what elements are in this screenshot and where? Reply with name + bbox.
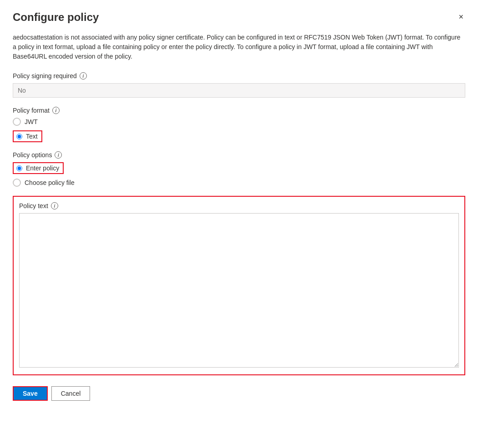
policy-format-section: Policy format i JWT Text [13, 107, 465, 142]
choose-file-option[interactable]: Choose policy file [13, 179, 465, 187]
policy-options-section: Policy options i Enter policy Choose pol… [13, 151, 465, 187]
policy-format-jwt-radio[interactable] [13, 118, 21, 126]
policy-format-text-radio[interactable] [16, 134, 22, 139]
policy-options-radio-group: Enter policy Choose policy file [13, 162, 465, 187]
policy-format-text-highlighted: Text [13, 130, 42, 142]
policy-format-label: Policy format i [13, 107, 465, 114]
policy-format-text-label: Text [26, 133, 38, 140]
description-text: aedocsattestation is not associated with… [13, 33, 465, 61]
policy-signing-dropdown[interactable]: No [13, 83, 465, 98]
enter-policy-option[interactable]: Enter policy [13, 162, 465, 174]
policy-options-info-icon[interactable]: i [55, 151, 62, 159]
policy-signing-label: Policy signing required i [13, 72, 465, 80]
dialog-title: Configure policy [13, 11, 99, 24]
policy-text-info-icon[interactable]: i [51, 202, 58, 209]
policy-signing-section: Policy signing required i No [13, 72, 465, 98]
policy-format-radio-group: JWT Text [13, 118, 465, 142]
choose-file-radio[interactable] [13, 179, 21, 187]
configure-policy-dialog: Configure policy × aedocsattestation is … [0, 0, 478, 448]
policy-format-info-icon[interactable]: i [52, 107, 60, 114]
policy-format-jwt-label: JWT [25, 118, 38, 125]
save-button[interactable]: Save [13, 386, 48, 401]
choose-file-label: Choose policy file [25, 179, 75, 186]
policy-text-section: Policy text i [13, 196, 465, 375]
policy-text-label: Policy text i [19, 202, 459, 209]
cancel-button[interactable]: Cancel [51, 386, 91, 401]
policy-signing-info-icon[interactable]: i [80, 72, 87, 80]
button-row: Save Cancel [13, 386, 465, 401]
policy-format-jwt-option[interactable]: JWT [13, 118, 465, 126]
enter-policy-radio[interactable] [16, 165, 22, 171]
dialog-header: Configure policy × [13, 11, 465, 24]
enter-policy-label: Enter policy [26, 164, 59, 172]
policy-format-text-option[interactable]: Text [13, 130, 465, 142]
enter-policy-highlighted: Enter policy [13, 162, 64, 174]
policy-options-label: Policy options i [13, 151, 465, 159]
close-button[interactable]: × [457, 11, 465, 23]
policy-text-textarea[interactable] [19, 213, 459, 368]
